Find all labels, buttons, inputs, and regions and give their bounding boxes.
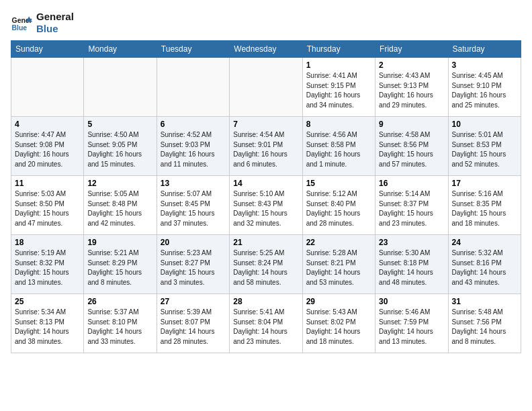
day-number: 29	[306, 297, 371, 306]
day-number: 30	[379, 297, 444, 306]
day-info: Sunrise: 4:54 AMSunset: 9:01 PMDaylight:…	[233, 130, 298, 169]
weekday-monday: Monday	[84, 41, 157, 58]
day-cell: 26Sunrise: 5:37 AMSunset: 8:10 PMDayligh…	[84, 294, 157, 353]
weekday-saturday: Saturday	[448, 41, 521, 58]
day-number: 11	[15, 179, 80, 188]
day-number: 31	[452, 297, 517, 306]
day-cell: 31Sunrise: 5:48 AMSunset: 7:56 PMDayligh…	[448, 294, 521, 353]
day-info: Sunrise: 4:58 AMSunset: 8:56 PMDaylight:…	[379, 130, 444, 169]
day-number: 17	[452, 179, 517, 188]
day-cell: 6Sunrise: 4:52 AMSunset: 9:03 PMDaylight…	[157, 117, 229, 176]
day-info: Sunrise: 4:43 AMSunset: 9:13 PMDaylight:…	[379, 71, 444, 110]
day-info: Sunrise: 5:16 AMSunset: 8:35 PMDaylight:…	[452, 189, 517, 228]
weekday-sunday: Sunday	[11, 41, 84, 58]
day-cell: 13Sunrise: 5:07 AMSunset: 8:45 PMDayligh…	[157, 176, 229, 235]
day-cell: 20Sunrise: 5:23 AMSunset: 8:27 PMDayligh…	[157, 235, 229, 294]
day-info: Sunrise: 4:41 AMSunset: 9:15 PMDaylight:…	[306, 71, 371, 110]
day-info: Sunrise: 5:25 AMSunset: 8:24 PMDaylight:…	[233, 248, 298, 287]
day-cell: 16Sunrise: 5:14 AMSunset: 8:37 PMDayligh…	[375, 176, 448, 235]
svg-text:Blue: Blue	[12, 24, 28, 32]
day-number: 12	[87, 179, 152, 188]
day-info: Sunrise: 5:23 AMSunset: 8:27 PMDaylight:…	[161, 248, 226, 287]
day-number: 23	[379, 238, 444, 247]
day-number: 5	[87, 120, 152, 129]
weekday-wednesday: Wednesday	[230, 41, 302, 58]
day-info: Sunrise: 5:32 AMSunset: 8:16 PMDaylight:…	[452, 248, 517, 287]
day-info: Sunrise: 5:07 AMSunset: 8:45 PMDaylight:…	[161, 189, 226, 228]
day-number: 16	[379, 179, 444, 188]
day-cell: 5Sunrise: 4:50 AMSunset: 9:05 PMDaylight…	[84, 117, 157, 176]
day-info: Sunrise: 5:46 AMSunset: 7:59 PMDaylight:…	[379, 308, 444, 347]
day-cell: 24Sunrise: 5:32 AMSunset: 8:16 PMDayligh…	[448, 235, 521, 294]
day-info: Sunrise: 5:34 AMSunset: 8:13 PMDaylight:…	[15, 308, 80, 347]
day-info: Sunrise: 5:12 AMSunset: 8:40 PMDaylight:…	[306, 189, 371, 228]
day-number: 20	[161, 238, 226, 247]
week-row-5: 25Sunrise: 5:34 AMSunset: 8:13 PMDayligh…	[11, 294, 521, 353]
day-cell: 28Sunrise: 5:41 AMSunset: 8:04 PMDayligh…	[230, 294, 302, 353]
day-number: 2	[379, 60, 444, 70]
day-number: 4	[15, 120, 80, 129]
day-cell: 30Sunrise: 5:46 AMSunset: 7:59 PMDayligh…	[375, 294, 448, 353]
day-cell: 7Sunrise: 4:54 AMSunset: 9:01 PMDaylight…	[230, 117, 302, 176]
day-cell: 19Sunrise: 5:21 AMSunset: 8:29 PMDayligh…	[84, 235, 157, 294]
week-row-2: 4Sunrise: 4:47 AMSunset: 9:08 PMDaylight…	[11, 117, 521, 176]
page-header: General Blue General Blue	[11, 11, 521, 35]
day-number: 3	[452, 60, 517, 70]
day-info: Sunrise: 5:05 AMSunset: 8:48 PMDaylight:…	[87, 189, 152, 228]
day-number: 7	[233, 120, 298, 129]
day-number: 9	[379, 120, 444, 129]
day-info: Sunrise: 5:39 AMSunset: 8:07 PMDaylight:…	[161, 308, 226, 347]
logo: General Blue General Blue	[11, 11, 74, 35]
day-info: Sunrise: 4:45 AMSunset: 9:10 PMDaylight:…	[452, 71, 517, 110]
logo-icon: General Blue	[11, 12, 32, 34]
week-row-4: 18Sunrise: 5:19 AMSunset: 8:32 PMDayligh…	[11, 235, 521, 294]
day-cell: 27Sunrise: 5:39 AMSunset: 8:07 PMDayligh…	[157, 294, 229, 353]
day-cell	[230, 58, 302, 117]
day-cell: 3Sunrise: 4:45 AMSunset: 9:10 PMDaylight…	[448, 58, 521, 117]
day-number: 22	[306, 238, 371, 247]
day-cell: 25Sunrise: 5:34 AMSunset: 8:13 PMDayligh…	[11, 294, 84, 353]
week-row-1: 1Sunrise: 4:41 AMSunset: 9:15 PMDaylight…	[11, 58, 521, 117]
day-cell: 23Sunrise: 5:30 AMSunset: 8:18 PMDayligh…	[375, 235, 448, 294]
day-info: Sunrise: 4:56 AMSunset: 8:58 PMDaylight:…	[306, 130, 371, 169]
day-info: Sunrise: 5:19 AMSunset: 8:32 PMDaylight:…	[15, 248, 80, 287]
day-info: Sunrise: 4:52 AMSunset: 9:03 PMDaylight:…	[161, 130, 226, 169]
day-info: Sunrise: 5:43 AMSunset: 8:02 PMDaylight:…	[306, 308, 371, 347]
day-cell: 1Sunrise: 4:41 AMSunset: 9:15 PMDaylight…	[302, 58, 375, 117]
week-row-3: 11Sunrise: 5:03 AMSunset: 8:50 PMDayligh…	[11, 176, 521, 235]
day-cell: 4Sunrise: 4:47 AMSunset: 9:08 PMDaylight…	[11, 117, 84, 176]
day-cell: 21Sunrise: 5:25 AMSunset: 8:24 PMDayligh…	[230, 235, 302, 294]
day-number: 10	[452, 120, 517, 129]
day-cell: 10Sunrise: 5:01 AMSunset: 8:53 PMDayligh…	[448, 117, 521, 176]
day-info: Sunrise: 5:37 AMSunset: 8:10 PMDaylight:…	[87, 308, 152, 347]
calendar-table: SundayMondayTuesdayWednesdayThursdayFrid…	[11, 40, 521, 353]
day-number: 24	[452, 238, 517, 247]
day-cell: 11Sunrise: 5:03 AMSunset: 8:50 PMDayligh…	[11, 176, 84, 235]
day-number: 6	[161, 120, 226, 129]
day-info: Sunrise: 4:50 AMSunset: 9:05 PMDaylight:…	[87, 130, 152, 169]
weekday-thursday: Thursday	[302, 41, 375, 58]
logo-blue: Blue	[36, 23, 74, 35]
day-info: Sunrise: 5:01 AMSunset: 8:53 PMDaylight:…	[452, 130, 517, 169]
day-number: 1	[306, 60, 371, 70]
day-info: Sunrise: 5:41 AMSunset: 8:04 PMDaylight:…	[233, 308, 298, 347]
day-cell: 29Sunrise: 5:43 AMSunset: 8:02 PMDayligh…	[302, 294, 375, 353]
day-info: Sunrise: 5:30 AMSunset: 8:18 PMDaylight:…	[379, 248, 444, 287]
day-cell: 15Sunrise: 5:12 AMSunset: 8:40 PMDayligh…	[302, 176, 375, 235]
day-info: Sunrise: 5:14 AMSunset: 8:37 PMDaylight:…	[379, 189, 444, 228]
day-cell: 17Sunrise: 5:16 AMSunset: 8:35 PMDayligh…	[448, 176, 521, 235]
day-cell: 9Sunrise: 4:58 AMSunset: 8:56 PMDaylight…	[375, 117, 448, 176]
day-cell: 22Sunrise: 5:28 AMSunset: 8:21 PMDayligh…	[302, 235, 375, 294]
day-number: 8	[306, 120, 371, 129]
day-cell	[157, 58, 229, 117]
day-info: Sunrise: 5:21 AMSunset: 8:29 PMDaylight:…	[87, 248, 152, 287]
day-info: Sunrise: 5:28 AMSunset: 8:21 PMDaylight:…	[306, 248, 371, 287]
day-cell: 8Sunrise: 4:56 AMSunset: 8:58 PMDaylight…	[302, 117, 375, 176]
day-cell: 12Sunrise: 5:05 AMSunset: 8:48 PMDayligh…	[84, 176, 157, 235]
day-cell: 2Sunrise: 4:43 AMSunset: 9:13 PMDaylight…	[375, 58, 448, 117]
day-number: 21	[233, 238, 298, 247]
day-info: Sunrise: 5:48 AMSunset: 7:56 PMDaylight:…	[452, 308, 517, 347]
day-info: Sunrise: 4:47 AMSunset: 9:08 PMDaylight:…	[15, 130, 80, 169]
logo-general: General	[36, 11, 74, 23]
day-number: 18	[15, 238, 80, 247]
